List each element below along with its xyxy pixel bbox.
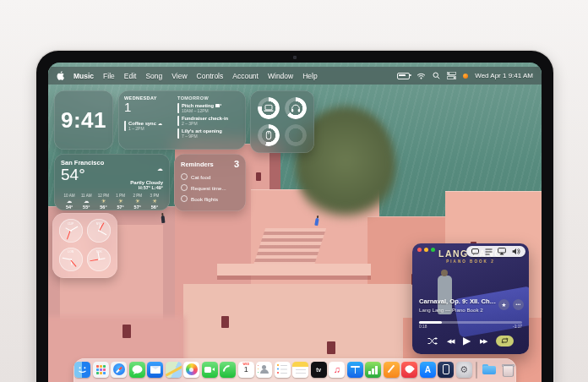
wifi-icon[interactable] — [416, 73, 426, 79]
analog-clock: CUP — [59, 219, 83, 243]
dock-icon-launchpad[interactable] — [93, 362, 109, 378]
checkbox-circle[interactable] — [181, 195, 188, 202]
menu-music[interactable]: Music — [74, 72, 94, 80]
checkbox-circle[interactable] — [181, 173, 188, 180]
reminder-item[interactable]: Book flights — [181, 195, 239, 202]
control-center-icon[interactable] — [447, 72, 456, 79]
dock-icon-messages[interactable] — [129, 362, 145, 378]
close-button[interactable] — [417, 248, 422, 252]
dock-icon-music[interactable]: ♫ — [329, 362, 345, 378]
more-button[interactable]: ••• — [513, 299, 524, 310]
doorway — [122, 325, 131, 338]
song-title: Carnaval, Op. 9: XII. Chopin — [419, 297, 498, 305]
menu-controls[interactable]: Controls — [197, 72, 224, 80]
next-button[interactable]: ▶▶ — [480, 338, 487, 344]
airplay-icon[interactable] — [498, 248, 506, 255]
calendar-tomorrow-label: TOMORROW — [177, 96, 240, 101]
reminders-widget[interactable]: Reminders 3 Cat food Request time... Boo… — [174, 154, 246, 211]
star-icon: ★ — [502, 302, 507, 308]
repeat-button[interactable] — [496, 336, 514, 347]
dock-icon-mail[interactable] — [147, 362, 163, 378]
dock-icon-maps[interactable] — [166, 362, 182, 378]
dock-icon-safari[interactable] — [111, 362, 127, 378]
favorite-button[interactable]: ★ — [498, 299, 509, 310]
reminder-label: Request time... — [191, 185, 226, 191]
dock-icon-phone[interactable] — [220, 362, 236, 378]
dock-icon-tv[interactable]: tv — [311, 362, 327, 378]
dock-icon-facetime[interactable] — [202, 362, 218, 378]
reminder-item[interactable]: Cat food — [181, 173, 239, 180]
play-button[interactable]: ▶ — [463, 336, 471, 346]
queue-icon[interactable] — [485, 248, 493, 255]
calendar-event[interactable]: Lily's art opening 7 – 9PM — [177, 128, 240, 139]
calendar-widget[interactable]: WEDNESDAY 1 Coffee sync☁ 1 – 2PM TOMORRO… — [118, 90, 246, 150]
battery-ring — [285, 124, 307, 146]
world-clock-widget[interactable]: CUP NYC LON TOK — [52, 213, 117, 278]
analog-clock: TOK — [87, 248, 111, 271]
menu-song[interactable]: Song — [145, 72, 162, 80]
menu-help[interactable]: Help — [302, 72, 317, 80]
event-time: 10AM – 12PM — [182, 108, 240, 113]
calendar-event[interactable]: Fundraiser check-in 2 – 3PM — [177, 116, 240, 126]
dock-icon-calendar[interactable]: WED1 — [238, 362, 254, 378]
player-toolbar — [466, 246, 525, 257]
battery-ring-headphones[interactable] — [285, 97, 307, 119]
calendar-event[interactable]: Coffee sync☁ 1 – 2PM — [124, 121, 172, 131]
battery-ring-macbook[interactable] — [258, 97, 280, 119]
dock-icon-reminders[interactable] — [275, 362, 291, 378]
tangerine-menu-extra-icon[interactable] — [463, 74, 468, 79]
reminder-label: Cat food — [191, 174, 210, 180]
shuffle-icon[interactable] — [427, 337, 438, 345]
menubar-datetime[interactable]: Wed Apr 1 9:41 AM — [475, 72, 533, 79]
dock-icon-numbers[interactable] — [365, 362, 381, 378]
cloud-icon: ☁ — [158, 121, 162, 126]
menu-account[interactable]: Account — [232, 72, 259, 80]
dock-icon-games[interactable] — [401, 362, 417, 378]
minimize-button[interactable] — [424, 248, 428, 252]
weather-high-low: H:57° L:49° — [130, 185, 163, 190]
elapsed-time: 0:18 — [419, 325, 427, 329]
search-icon[interactable] — [433, 72, 440, 79]
dock-icon-trash[interactable] — [499, 362, 515, 378]
volume-icon[interactable] — [512, 248, 520, 255]
dock-icon-keynote[interactable] — [347, 362, 363, 378]
dock-icon-contacts[interactable] — [256, 362, 272, 378]
weather-widget[interactable]: San Francisco 54° ☁ Partly Cloudy H:57° … — [54, 154, 170, 210]
apple-logo-icon[interactable] — [57, 71, 64, 80]
remaining-time: -1:17 — [513, 325, 522, 329]
batteries-widget[interactable] — [250, 90, 314, 153]
music-mini-player[interactable]: LANG LANG PIANO BOOK 2 Carnaval, Op. 9: … — [412, 243, 529, 354]
clock-city-label: CUP — [59, 222, 83, 226]
checkbox-circle[interactable] — [181, 184, 188, 191]
menu-window[interactable]: Window — [268, 72, 293, 80]
weather-temperature: 54° — [61, 166, 104, 183]
mouse-icon — [265, 130, 271, 139]
menu-view[interactable]: View — [172, 72, 187, 80]
menu-edit[interactable]: Edit — [124, 72, 137, 80]
device-bezel: Music File Edit Song View Controls Accou… — [36, 51, 553, 382]
dock-icon-finder[interactable] — [74, 362, 90, 378]
clock-widget[interactable]: 9:41 — [54, 90, 113, 150]
battery-ring-mouse[interactable] — [258, 124, 280, 146]
video-icon — [215, 104, 220, 107]
dock-icon-settings[interactable]: ⚙ — [456, 362, 472, 378]
reminder-label: Book flights — [191, 196, 218, 202]
dock-icon-notes[interactable] — [292, 362, 308, 378]
reminders-count: 3 — [234, 159, 239, 169]
previous-button[interactable]: ◀◀ — [447, 338, 454, 344]
zoom-button[interactable] — [431, 248, 435, 252]
progress-bar[interactable] — [419, 321, 522, 324]
dock-icon-iphone-mirroring[interactable] — [438, 362, 454, 378]
calendar-event[interactable]: Pitch meeting 10AM – 12PM — [177, 103, 240, 113]
dock-icon-photos[interactable] — [183, 362, 199, 378]
cloud-icon: ☁ — [61, 198, 78, 205]
reminder-item[interactable]: Request time... — [181, 184, 239, 191]
lyrics-icon[interactable] — [471, 248, 479, 255]
front-camera — [293, 56, 297, 59]
dock-icon-downloads-folder[interactable] — [481, 362, 497, 378]
dock-icon-pages[interactable] — [384, 362, 400, 378]
battery-icon[interactable] — [397, 73, 410, 79]
sun-icon: ☀ — [112, 198, 129, 205]
dock-icon-app-store[interactable]: A — [420, 362, 436, 378]
menu-file[interactable]: File — [103, 72, 115, 80]
